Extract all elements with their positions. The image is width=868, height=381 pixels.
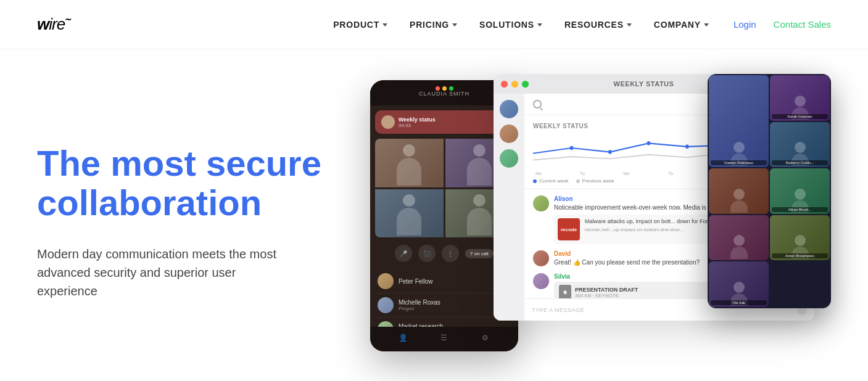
participant-name: Raiberry Cotillo... xyxy=(772,160,828,165)
nav-resources[interactable]: RESOURCES xyxy=(564,20,632,30)
avatar[interactable] xyxy=(500,125,518,143)
video-cell: Sarah Gasman xyxy=(770,75,830,121)
call-name: Weekly status xyxy=(399,117,436,123)
avatar[interactable] xyxy=(500,149,518,168)
minimize-icon xyxy=(511,81,518,88)
on-call-badge: 7 on call xyxy=(465,249,494,258)
login-button[interactable]: Login xyxy=(734,19,756,30)
list-item[interactable]: Michelle Roxas Pinged xyxy=(375,293,513,318)
svg-point-0 xyxy=(570,146,574,150)
video-cell: Raiberry Cotillo... xyxy=(770,122,830,168)
participant-name: Aïban Bruck... xyxy=(772,207,828,212)
auth-links: Login Contact Sales xyxy=(734,19,831,30)
video-button[interactable]: ⬛ xyxy=(418,245,436,262)
legend-dot xyxy=(576,179,580,183)
video-cell: Ola Aak xyxy=(709,261,769,307)
nav-solutions[interactable]: SOLUTIONS xyxy=(479,20,542,30)
search-icon xyxy=(533,100,542,109)
main-nav: PRODUCT PRICING SOLUTIONS RESOURCES COMP… xyxy=(333,20,709,30)
avatar[interactable] xyxy=(500,100,518,118)
avatar xyxy=(378,273,394,289)
participant-name: Ola Aak xyxy=(711,300,767,305)
video-cell xyxy=(375,139,444,187)
video-cell: Gaetan Robineau xyxy=(709,75,769,167)
minimize-icon xyxy=(442,86,447,91)
file-size: 300 KB · KEYNOTE xyxy=(575,293,638,298)
maximize-icon xyxy=(522,81,529,88)
hero-headline: The most secure collaboration xyxy=(37,144,333,223)
video-call-mockup: Gaetan Robineau Sarah Gasman Raiberry Co… xyxy=(708,74,831,308)
phone-title: CLAUDIA SMITH xyxy=(419,91,469,97)
participant-name: Gaetan Robineau xyxy=(711,160,767,165)
avatar xyxy=(533,195,549,211)
call-time: 04:43 xyxy=(399,123,436,128)
svg-point-3 xyxy=(685,145,689,149)
chevron-down-icon xyxy=(452,23,457,27)
avatar xyxy=(533,273,549,289)
video-cell xyxy=(375,189,444,238)
settings-icon[interactable]: ⚙ xyxy=(480,334,491,345)
participant-name: Anton Brownstein xyxy=(772,253,828,258)
contact-name: Michelle Roxas xyxy=(399,299,440,306)
nav-product[interactable]: PRODUCT xyxy=(333,20,387,30)
maximize-icon xyxy=(449,86,453,91)
file-name: PRESENTATION DRAFT xyxy=(575,287,638,293)
contact-sales-button[interactable]: Contact Sales xyxy=(774,19,831,30)
nav-pricing[interactable]: PRICING xyxy=(410,20,457,30)
more-button[interactable]: ⋮ xyxy=(442,245,459,262)
contact-name: Peter Fellow xyxy=(399,278,433,285)
hero-visuals: CLAUDIA SMITH Weekly status 04:43 xyxy=(370,74,831,370)
menu-icon[interactable]: ☰ xyxy=(439,334,450,345)
svg-point-1 xyxy=(608,150,612,154)
video-cell xyxy=(709,168,769,214)
legend-previous: Previous week xyxy=(576,178,614,184)
add-contact-icon[interactable]: 👤 xyxy=(397,334,408,345)
chevron-down-icon xyxy=(537,23,542,27)
video-grid xyxy=(375,139,513,237)
mic-button[interactable]: 🎤 xyxy=(395,245,412,262)
window-controls xyxy=(436,86,453,91)
header: wire˜ PRODUCT PRICING SOLUTIONS RESOURCE… xyxy=(0,0,868,49)
chevron-down-icon xyxy=(704,23,709,27)
participant-name: Sarah Gasman xyxy=(772,114,828,119)
chevron-down-icon xyxy=(627,23,632,27)
call-avatar xyxy=(381,115,395,129)
avatar xyxy=(533,250,549,266)
legend-current: Current week xyxy=(533,178,569,184)
contact-sub: Pinged xyxy=(399,306,440,311)
chevron-down-icon xyxy=(382,23,387,27)
logo[interactable]: wire˜ xyxy=(37,15,70,34)
close-icon xyxy=(501,81,508,88)
hero-text: The most secure collaboration Modern day… xyxy=(37,144,333,300)
chat-sidebar xyxy=(494,94,524,321)
phone-bottom-bar: 👤 ☰ ⚙ xyxy=(370,327,518,351)
svg-point-2 xyxy=(647,141,650,145)
video-cell xyxy=(709,215,769,261)
news-thumbnail: recode xyxy=(558,218,580,240)
video-cell: Anton Brownstein xyxy=(770,215,830,261)
file-icon: 📄 xyxy=(559,285,571,298)
video-call-grid: Gaetan Robineau Sarah Gasman Raiberry Co… xyxy=(708,74,831,308)
call-card: Weekly status 04:43 xyxy=(375,110,513,134)
list-item[interactable]: Peter Fellow xyxy=(375,269,513,293)
close-icon xyxy=(436,86,440,91)
avatar xyxy=(378,297,394,313)
hero-section: The most secure collaboration Modern day… xyxy=(0,49,868,381)
hero-subtext: Modern day communication meets the most … xyxy=(37,245,296,300)
legend-dot xyxy=(533,179,537,183)
video-cell: Aïban Bruck... xyxy=(770,168,830,214)
nav-company[interactable]: COMPANY xyxy=(654,20,709,30)
